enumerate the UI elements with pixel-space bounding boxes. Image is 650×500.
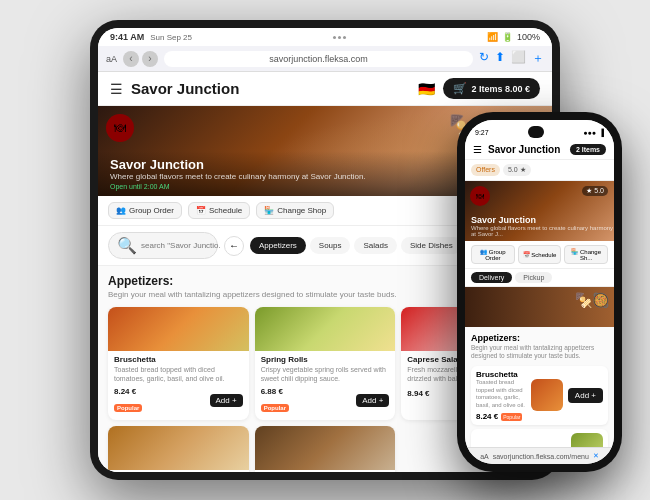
phone-add-bruschetta-button[interactable]: Add + <box>568 388 603 403</box>
menu-item-spring-rolls: Spring Rolls Crispy vegetable spring rol… <box>255 307 396 420</box>
phone-status-icons: ●●● ▐ <box>583 129 604 136</box>
phone-cart-badge[interactable]: 2 Items <box>570 144 606 155</box>
hamburger-menu-icon[interactable]: ☰ <box>110 81 123 97</box>
bruschetta-desc: Toasted bread topped with diced tomatoes… <box>114 365 243 383</box>
browser-dots <box>333 36 346 39</box>
phone-url-text: savorjunction.fleksa.com/menu <box>493 453 589 460</box>
flag-icon: 🇩🇪 <box>418 81 435 97</box>
phone-popular-badge: Popular <box>501 413 522 421</box>
app-title: Savor Junction <box>131 80 410 97</box>
cart-badge[interactable]: 🛒 2 Items 8.00 € <box>443 78 540 99</box>
phone-spring-rolls-thumb <box>571 433 603 447</box>
phone-menu-item-bruschetta: Bruschetta Toasted bread topped with dic… <box>471 366 608 425</box>
phone-bruschetta-price-row: 8.24 € Popular <box>476 412 526 421</box>
phone-device: 9:27 ●●● ▐ ☰ Savor Junction 2 Items Offe… <box>457 112 622 472</box>
schedule-button[interactable]: 📅 Schedule <box>188 202 250 219</box>
phone-hero-title: Savor Junction <box>471 215 614 225</box>
group-icon: 👥 <box>116 206 126 215</box>
phone-bruschetta-price: 8.24 € <box>476 412 498 421</box>
mushroom-image <box>255 426 396 470</box>
browser-back-button[interactable]: ‹ <box>123 51 139 67</box>
cat-appetizers[interactable]: Appetizers <box>250 237 306 254</box>
tablet-date: Sun Sep 25 <box>150 33 192 42</box>
change-shop-button[interactable]: 🏪 Change Shop <box>256 202 334 219</box>
battery-icon: 🔋 <box>502 32 513 42</box>
add-bruschetta-button[interactable]: Add + <box>210 394 243 407</box>
browser-forward-button[interactable]: › <box>142 51 158 67</box>
shop-icon: 🏪 <box>264 206 274 215</box>
spring-rolls-price: 6.88 € <box>261 387 289 396</box>
refresh-icon[interactable]: ↻ <box>479 50 489 67</box>
phone-hamburger-icon[interactable]: ☰ <box>473 144 482 155</box>
group-order-button[interactable]: 👥 Group Order <box>108 202 182 219</box>
spring-rolls-image <box>255 307 396 351</box>
tablet-status-bar: 9:41 AM Sun Sep 25 📶 🔋 100% <box>98 28 552 46</box>
text-size-label: aA <box>106 54 117 64</box>
menu-item-bruschetta: Bruschetta Toasted bread topped with dic… <box>108 307 249 420</box>
phone-menu-content: Appetizers: Begin your meal with tantali… <box>465 327 614 447</box>
browser-url-text: savorjunction.fleksa.com <box>269 54 368 64</box>
battery-percent: 100% <box>517 32 540 42</box>
app-header: ☰ Savor Junction 🇩🇪 🛒 2 Items 8.00 € <box>98 72 552 106</box>
bruschetta-price: 8.24 € <box>114 387 142 396</box>
tablet-time: 9:41 AM <box>110 32 144 42</box>
phone-group-order-button[interactable]: 👥 Group Order <box>471 245 515 264</box>
tabs-icon[interactable]: ⬜ <box>511 50 526 67</box>
phone-notch-pill <box>528 126 544 138</box>
phone-rating-tab[interactable]: 5.0 ★ <box>503 164 531 176</box>
phone-delivery-tabs: Delivery Pickup <box>465 269 614 287</box>
spring-rolls-name: Spring Rolls <box>261 355 390 364</box>
phone-hero-subtitle: Where global flavors meet to create culi… <box>471 225 614 237</box>
search-icon: 🔍 <box>117 236 137 255</box>
restaurant-logo: 🍽 <box>106 114 134 142</box>
phone-action-bar: 👥 Group Order 📅 Schedule 🏪 Change Sh... <box>465 241 614 269</box>
phone-url-bar[interactable]: aA savorjunction.fleksa.com/menu ✕ <box>465 447 614 464</box>
satay-image <box>108 426 249 470</box>
back-arrow-button[interactable]: ← <box>224 236 244 256</box>
phone-delivery-tab[interactable]: Delivery <box>471 272 512 283</box>
schedule-icon: 📅 <box>196 206 206 215</box>
wifi-icon: 📶 <box>487 32 498 42</box>
phone-rating: ★ 5.0 <box>582 186 608 196</box>
phone-filter-tabs: Offers 5.0 ★ <box>465 160 614 181</box>
phone-bruschetta-name: Bruschetta <box>476 370 526 379</box>
cart-icon: 🛒 <box>453 82 467 95</box>
bruschetta-name: Bruschetta <box>114 355 243 364</box>
share-icon[interactable]: ⬆ <box>495 50 505 67</box>
phone-offers-tab[interactable]: Offers <box>471 164 500 176</box>
add-tab-icon[interactable]: ＋ <box>532 50 544 67</box>
browser-actions: ↻ ⬆ ⬜ ＋ <box>479 50 544 67</box>
logo-emoji: 🍽 <box>114 121 126 135</box>
phone-change-shop-button[interactable]: 🏪 Change Sh... <box>564 245 608 264</box>
header-right-actions: 🇩🇪 🛒 2 Items 8.00 € <box>418 78 540 99</box>
phone-cart-label: 2 Items <box>576 146 600 153</box>
search-box[interactable]: 🔍 <box>108 232 218 259</box>
open-status: Open until 2:00 AM <box>110 183 170 190</box>
menu-item-mushrooms: Stuffed Mushrooms Mushroom caps stuffed … <box>255 426 396 472</box>
change-shop-label: Change Shop <box>277 206 326 215</box>
phone-bruschetta-info: Bruschetta Toasted bread topped with dic… <box>476 370 526 421</box>
phone-status-bar: 9:27 ●●● ▐ <box>465 120 614 140</box>
browser-url-bar[interactable]: savorjunction.fleksa.com <box>164 51 473 67</box>
phone-text-size-label: aA <box>480 453 489 460</box>
phone-battery-icon: ▐ <box>599 129 604 136</box>
spring-rolls-desc: Crispy vegetable spring rolls served wit… <box>261 365 390 383</box>
popular-badge-2: Popular <box>261 404 289 412</box>
phone-menu-item-spring-rolls: Spring Rolls <box>471 429 608 447</box>
phone-pickup-tab[interactable]: Pickup <box>515 272 552 283</box>
search-input[interactable] <box>141 241 221 250</box>
add-spring-rolls-button[interactable]: Add + <box>356 394 389 407</box>
cat-soups[interactable]: Soups <box>310 237 351 254</box>
phone-signal-icon: ●●● <box>583 129 596 136</box>
cart-label: 2 Items 8.00 € <box>471 84 530 94</box>
cat-side-dishes[interactable]: Side Dishes <box>401 237 462 254</box>
cat-salads[interactable]: Salads <box>354 237 396 254</box>
phone-schedule-button[interactable]: 📅 Schedule <box>518 245 562 264</box>
bruschetta-image <box>108 307 249 351</box>
popular-badge: Popular <box>114 404 142 412</box>
phone-logo: 🍽 <box>470 186 490 206</box>
phone-bruschetta-thumb <box>531 379 563 411</box>
phone-app-header: ☰ Savor Junction 2 Items <box>465 140 614 160</box>
phone-menu-section-title: Appetizers: <box>471 333 608 343</box>
close-url-bar-button[interactable]: ✕ <box>593 452 599 460</box>
